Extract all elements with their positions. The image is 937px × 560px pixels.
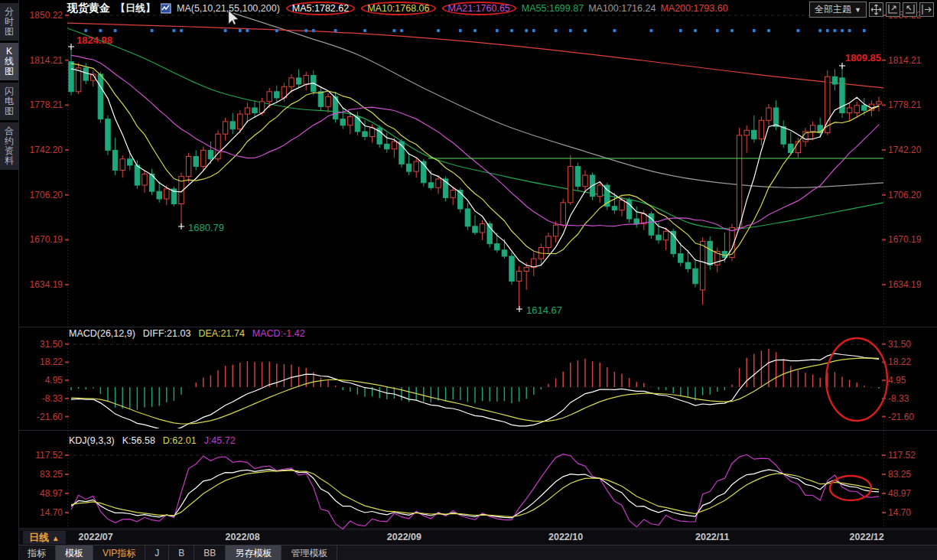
axis-label: 1670.19 xyxy=(888,234,922,245)
kdj-name: KDJ(9,3,3) xyxy=(69,435,115,448)
event-dot[interactable] xyxy=(863,29,866,32)
event-dot[interactable] xyxy=(246,29,249,32)
axis-label: 1742.20 xyxy=(888,145,922,155)
event-dot[interactable] xyxy=(569,29,572,32)
event-dot[interactable] xyxy=(841,29,844,32)
ma-line-ma200 xyxy=(67,23,883,88)
event-dot[interactable] xyxy=(275,29,278,32)
event-dot[interactable] xyxy=(796,29,799,32)
chart-canvas[interactable]: 1824.981680.791614.671809.851850.221850.… xyxy=(0,0,937,560)
event-dot[interactable] xyxy=(532,29,535,32)
axis-label: 117.52 xyxy=(888,450,916,461)
event-dot[interactable] xyxy=(363,29,366,32)
tab-5[interactable]: BB xyxy=(194,545,226,560)
tab-4[interactable]: B xyxy=(169,545,194,560)
event-dot[interactable] xyxy=(767,29,770,32)
date-tick-1: 2022/08 xyxy=(226,532,260,542)
event-dot[interactable] xyxy=(113,29,116,32)
kdj-d-value: D:62.01 xyxy=(163,435,197,448)
symbol-title: 现货黄金 xyxy=(67,2,110,15)
chevron-down-icon: ▼ xyxy=(854,6,861,14)
axis-label: 18.22 xyxy=(40,357,63,367)
event-dot[interactable] xyxy=(694,29,697,32)
event-dot[interactable] xyxy=(818,29,822,32)
event-dot[interactable] xyxy=(304,29,307,32)
event-dot[interactable] xyxy=(84,29,87,32)
compress-left-button[interactable] xyxy=(886,2,900,17)
event-dot[interactable] xyxy=(833,29,836,32)
ma-value-0: MA5:1782.62 xyxy=(286,2,355,15)
sidebar-item-0[interactable]: 分时图 xyxy=(0,3,18,41)
k-line xyxy=(71,470,879,518)
event-dot[interactable] xyxy=(510,29,513,32)
pane-shift-button[interactable] xyxy=(919,2,934,17)
theme-dropdown[interactable]: 全部主题 ▼ xyxy=(809,2,867,18)
tab-2[interactable]: VIP指标 xyxy=(93,545,145,560)
pane-shift-icon xyxy=(920,3,933,16)
trading-app: { "header": { "title": "现货黄金", "period":… xyxy=(0,0,937,560)
axis-label: 1850.22 xyxy=(30,10,63,21)
axis-label: -21.60 xyxy=(37,412,63,422)
event-dot[interactable] xyxy=(730,29,734,32)
sidebar-item-1[interactable]: K线图 xyxy=(0,43,18,80)
price-annotation: 1614.67 xyxy=(526,304,562,316)
macd-name: MACD(26,12,9) xyxy=(69,328,135,340)
event-dot[interactable] xyxy=(554,29,557,32)
event-dot[interactable] xyxy=(99,29,102,32)
ma-value-3: MA55:1699.87 xyxy=(522,3,584,14)
event-dot[interactable] xyxy=(649,29,652,32)
event-dot[interactable] xyxy=(180,29,183,32)
tab-0[interactable]: 指标 xyxy=(18,545,56,560)
compress-right-button[interactable] xyxy=(903,2,917,17)
d-line xyxy=(71,470,879,517)
axis-label: 1814.21 xyxy=(888,55,922,66)
event-dot[interactable] xyxy=(848,29,851,32)
ma-settings-label: MA(5,10,21,55,100,200) xyxy=(177,3,280,14)
date-tick-4: 2022/11 xyxy=(695,532,730,542)
axis-label: 1814.21 xyxy=(30,55,63,66)
event-dot[interactable] xyxy=(496,29,499,32)
kdj-j-value: J:45.72 xyxy=(204,435,236,448)
pan-button[interactable] xyxy=(869,2,883,17)
event-dot[interactable] xyxy=(437,29,440,32)
tab-7[interactable]: 管理模板 xyxy=(281,545,337,560)
j-line xyxy=(71,454,879,529)
event-dot[interactable] xyxy=(312,29,315,32)
event-dot[interactable] xyxy=(333,29,337,32)
sidebar-item-2[interactable]: 闪电图 xyxy=(0,83,18,120)
kdj-pane-header: KDJ(9,3,3) K:56.58 D:62.01 J:45.72 xyxy=(69,435,236,448)
axis-label: 48.97 xyxy=(888,488,911,499)
event-dot[interactable] xyxy=(400,29,403,32)
axis-label: 4.95 xyxy=(45,375,63,386)
event-dot[interactable] xyxy=(613,29,616,32)
event-dot[interactable] xyxy=(826,29,829,32)
axis-label: -21.60 xyxy=(888,412,914,422)
axis-label: -8.33 xyxy=(42,393,63,404)
date-tick-3: 2022/10 xyxy=(548,532,583,542)
period-selector[interactable]: 日线 ▲ xyxy=(23,531,66,544)
event-dot[interactable] xyxy=(392,29,395,32)
event-dot[interactable] xyxy=(679,29,682,32)
event-dot[interactable] xyxy=(239,29,242,32)
event-dot[interactable] xyxy=(172,29,175,32)
event-dot[interactable] xyxy=(223,29,226,32)
sidebar-item-3[interactable]: 合约资料 xyxy=(0,122,18,170)
event-dot[interactable] xyxy=(753,29,756,32)
macd-macd-value: MACD:-1.42 xyxy=(252,328,305,340)
axis-label: 14.70 xyxy=(888,507,911,518)
event-dot[interactable] xyxy=(473,29,477,32)
event-dot[interactable] xyxy=(459,29,462,32)
tab-3[interactable]: J xyxy=(145,545,169,560)
tab-1[interactable]: 模板 xyxy=(56,545,93,560)
axis-label: -8.33 xyxy=(888,393,909,404)
axis-label: 1634.19 xyxy=(30,279,63,290)
macd-layer xyxy=(71,349,879,430)
ma-value-5: MA200:1793.60 xyxy=(660,3,727,14)
axis-label: 1706.20 xyxy=(30,190,63,200)
event-dot[interactable] xyxy=(525,29,528,32)
tab-6[interactable]: 另存模板 xyxy=(226,545,281,560)
event-dot[interactable] xyxy=(150,29,153,32)
chart-header: 现货黄金 【日线】 MA(5,10,21,55,100,200) MA5:178… xyxy=(67,0,728,17)
event-dot[interactable] xyxy=(716,29,719,32)
event-dot[interactable] xyxy=(584,29,587,32)
